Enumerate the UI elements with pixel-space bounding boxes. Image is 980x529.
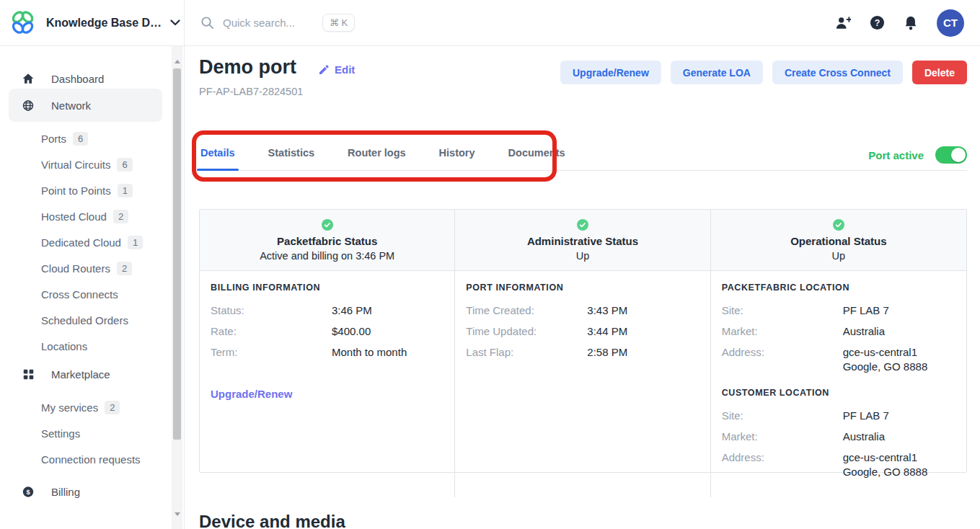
info-row: Site: PF LAB 7 (722, 303, 955, 318)
tab-statistics[interactable]: Statistics (267, 147, 316, 159)
sidebar-item-label: Cloud Routers (41, 262, 110, 275)
card-header: Operational Status Up (711, 210, 966, 271)
address-line-1: gce-us-central1 (843, 450, 928, 465)
sidebar-item-ports[interactable]: Ports 6 (0, 125, 184, 151)
sidebar-item-cloud-routers[interactable]: Cloud Routers 2 (0, 255, 184, 281)
device-and-media-heading: Device and media (199, 512, 345, 529)
sidebar-item-label: Settings (41, 427, 80, 440)
avatar[interactable]: CT (937, 9, 964, 37)
sidebar-item-settings[interactable]: Settings (0, 420, 184, 446)
tab-bar: Details Statistics Router logs History D… (199, 147, 967, 171)
info-label: Market: (722, 430, 843, 444)
info-value: 3:46 PM (332, 303, 372, 318)
sidebar: Dashboard Network Ports 6 Virtual Circui… (0, 46, 185, 529)
sidebar-item-dashboard[interactable]: Dashboard (0, 68, 184, 89)
administrative-status-card: Administrative Status Up PORT INFORMATIO… (455, 210, 710, 497)
sidebar-item-billing[interactable]: $ Billing (0, 481, 184, 502)
svg-text:$: $ (26, 488, 30, 495)
edit-button[interactable]: Edit (318, 63, 355, 76)
card-header: Packetfabric Status Active and billing o… (200, 210, 454, 271)
info-label: Site: (722, 409, 843, 423)
info-row: Status: 3:46 PM (211, 303, 443, 318)
home-icon (22, 73, 34, 84)
check-circle-icon (833, 219, 844, 231)
info-label: Status: (211, 303, 332, 318)
port-active-toggle[interactable] (935, 146, 967, 164)
delete-button[interactable]: Delete (912, 61, 967, 84)
scroll-down-arrow[interactable] (172, 503, 182, 525)
tab-router-logs[interactable]: Router logs (346, 147, 407, 159)
card-title: Packetfabric Status (200, 235, 454, 247)
upgrade-renew-link[interactable]: Upgrade/Renew (211, 388, 292, 400)
sidebar-item-connection-requests[interactable]: Connection requests (0, 446, 184, 472)
count-badge: 6 (73, 132, 88, 146)
sidebar-item-scheduled-orders[interactable]: Scheduled Orders (0, 307, 184, 333)
info-row: Time Created: 3:43 PM (466, 303, 699, 318)
port-id: PF-AP-LAB7-2824501 (199, 86, 303, 97)
scrollbar-thumb[interactable] (173, 68, 181, 440)
svg-text:?: ? (875, 18, 880, 28)
card-body: BILLING INFORMATION Status: 3:46 PM Rate… (200, 271, 454, 497)
sidebar-item-point-to-points[interactable]: Point to Points 1 (0, 177, 184, 203)
info-value: PF LAB 7 (843, 303, 889, 318)
add-user-icon[interactable] (835, 16, 851, 30)
sidebar-item-my-services[interactable]: My services 2 (0, 394, 184, 420)
info-value: 3:43 PM (587, 303, 627, 318)
info-label: Address: (722, 450, 843, 479)
edit-label: Edit (335, 63, 355, 76)
sidebar-item-virtual-circuits[interactable]: Virtual Circuits 6 (0, 151, 184, 177)
card-subtitle: Active and billing on 3:46 PM (200, 250, 454, 262)
count-badge: 1 (118, 184, 133, 197)
info-row: Market: Australia (722, 324, 955, 339)
info-row: Rate: $400.00 (211, 324, 443, 339)
tab-documents[interactable]: Documents (507, 147, 567, 159)
info-label: Address: (722, 345, 843, 374)
card-header: Administrative Status Up (455, 210, 710, 271)
info-label: Time Updated: (466, 324, 587, 339)
sidebar-item-label: Virtual Circuits (41, 159, 110, 171)
sidebar-item-hosted-cloud[interactable]: Hosted Cloud 2 (0, 203, 184, 229)
quick-search[interactable]: ⌘ K (200, 14, 355, 32)
count-badge: 2 (105, 401, 120, 414)
create-cross-connect-button[interactable]: Create Cross Connect (772, 61, 903, 84)
workspace-switcher[interactable]: Knowledge Base D… (0, 0, 185, 46)
app-window: Knowledge Base D… ⌘ K ? (0, 0, 980, 529)
section-heading: CUSTOMER LOCATION (722, 388, 955, 398)
sidebar-item-network[interactable]: Network (9, 89, 162, 122)
count-badge: 6 (117, 158, 132, 172)
top-bar: Knowledge Base D… ⌘ K ? (0, 0, 980, 46)
sidebar-item-label: Dashboard (51, 73, 104, 85)
count-badge: 2 (113, 210, 128, 223)
card-title: Administrative Status (455, 235, 710, 247)
section-heading: BILLING INFORMATION (211, 283, 443, 293)
generate-loa-button[interactable]: Generate LOA (671, 61, 763, 84)
check-circle-icon (577, 219, 588, 231)
address-line-2: Google, GO 8888 (843, 360, 928, 374)
toggle-knob (951, 148, 966, 162)
sidebar-item-marketplace[interactable]: Marketplace (0, 364, 184, 384)
chevron-down-icon[interactable] (170, 19, 180, 26)
sidebar-scrollbar[interactable] (172, 46, 182, 529)
search-icon (200, 16, 214, 30)
sidebar-item-label: Hosted Cloud (41, 210, 107, 223)
help-icon[interactable]: ? (870, 15, 885, 30)
info-value: 3:44 PM (587, 324, 627, 339)
count-badge: 2 (117, 262, 132, 275)
search-input[interactable] (223, 17, 317, 29)
sidebar-item-cross-connects[interactable]: Cross Connects (0, 281, 184, 307)
card-subtitle: Up (455, 250, 710, 262)
info-row: Site: PF LAB 7 (722, 409, 955, 423)
sidebar-item-label: Billing (51, 486, 80, 498)
sidebar-item-label: Dedicated Cloud (41, 236, 121, 249)
sidebar-item-label: Network (51, 99, 91, 112)
info-value: 2:58 PM (587, 345, 627, 360)
upgrade-renew-button[interactable]: Upgrade/Renew (560, 61, 661, 84)
packetfabric-status-card: Packetfabric Status Active and billing o… (200, 210, 455, 497)
address-line-2: Google, GO 8888 (843, 465, 928, 479)
info-value: Australia (843, 430, 885, 444)
tab-history[interactable]: History (438, 147, 477, 159)
sidebar-item-locations[interactable]: Locations (0, 333, 184, 359)
bell-icon[interactable] (904, 15, 918, 31)
sidebar-item-dedicated-cloud[interactable]: Dedicated Cloud 1 (0, 229, 184, 255)
tab-details[interactable]: Details (199, 147, 237, 159)
